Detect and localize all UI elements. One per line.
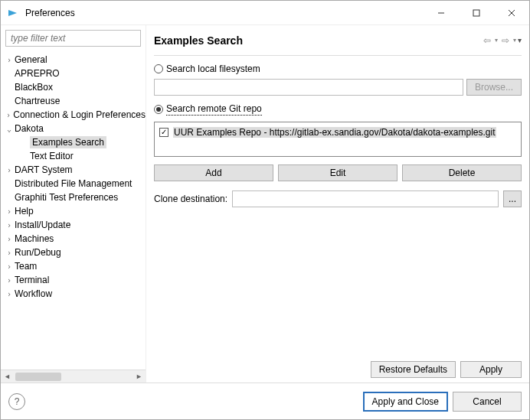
restore-defaults-button[interactable]: Restore Defaults <box>371 361 456 378</box>
tree-item-label: Graphiti Test Preferences <box>15 192 118 203</box>
clone-destination-row: Clone destination: ... <box>154 190 522 207</box>
titlebar: Preferences <box>1 1 529 25</box>
chevron-down-icon[interactable]: ⌄ <box>4 125 15 133</box>
chevron-right-icon[interactable]: › <box>4 235 15 243</box>
radio-remote[interactable] <box>154 105 163 114</box>
tree-item[interactable]: ›Team <box>1 259 146 273</box>
clone-destination-label: Clone destination: <box>154 194 227 204</box>
tree-item[interactable]: ›Install/Update <box>1 218 146 232</box>
content-area: ›GeneralAPREPROBlackBoxChartreuse›Connec… <box>1 25 529 383</box>
page-action-row: Restore Defaults Apply <box>154 361 522 378</box>
chevron-right-icon[interactable]: › <box>4 249 15 257</box>
tree-item-label: Terminal <box>15 275 49 285</box>
clone-destination-input[interactable] <box>232 190 499 207</box>
tree-item-label: Dakota <box>15 123 44 134</box>
tree-item[interactable]: Graphiti Test Preferences <box>1 190 146 204</box>
tree-item[interactable]: ›Connection & Login Preferences <box>1 108 146 122</box>
triangle-icon <box>8 8 18 18</box>
header-toolbar: ⇦▾ ⇨▾ ▾ <box>481 35 522 46</box>
scroll-thumb[interactable] <box>15 373 61 381</box>
chevron-right-icon[interactable]: › <box>4 221 15 230</box>
chevron-right-icon[interactable]: › <box>4 276 15 285</box>
local-path-row: Browse... <box>154 79 522 96</box>
dialog-footer: ? Apply and Close Cancel <box>1 383 529 419</box>
tree-item-label: Distributed File Management <box>15 178 132 189</box>
radio-local-row: Search local filesystem <box>154 63 522 74</box>
repo-label: UUR Examples Repo - https://gitlab-ex.sa… <box>173 127 496 138</box>
tree-item-label: Help <box>15 206 34 217</box>
forward-icon[interactable]: ⇨ <box>499 35 512 46</box>
tree-item-label: Install/Update <box>15 220 70 230</box>
tree-item-label: APREPRO <box>15 68 60 79</box>
apply-and-close-button[interactable]: Apply and Close <box>363 392 448 412</box>
local-path-input[interactable] <box>154 79 463 96</box>
tree-item-label: Connection & Login Preferences <box>13 109 146 120</box>
window-title: Preferences <box>25 8 424 18</box>
tree-item[interactable]: ›Run/Debug <box>1 246 146 259</box>
tree-item-label: DART System <box>15 164 73 175</box>
clone-browse-button[interactable]: ... <box>503 190 522 207</box>
tree-item[interactable]: Distributed File Management <box>1 177 146 190</box>
add-button[interactable]: Add <box>154 164 273 181</box>
scroll-left-icon[interactable]: ◄ <box>1 371 14 383</box>
tree-item[interactable]: BlackBox <box>1 80 146 94</box>
menu-dropdown-icon[interactable]: ▾ <box>518 36 522 44</box>
repo-buttons: Add Edit Delete <box>154 164 522 181</box>
tree-item[interactable]: Chartreuse <box>1 94 146 108</box>
maximize-button[interactable] <box>459 1 494 24</box>
apply-button[interactable]: Apply <box>460 361 522 378</box>
radio-remote-label: Search remote Git repo <box>166 103 262 116</box>
help-icon[interactable]: ? <box>8 393 25 410</box>
tree-item[interactable]: ›Machines <box>1 232 146 246</box>
repo-checkbox[interactable]: ✓ <box>159 128 168 137</box>
tree-item[interactable]: ›Help <box>1 204 146 218</box>
tree-item-label: Run/Debug <box>15 247 61 258</box>
tree-item[interactable]: ⌄Dakota <box>1 122 146 135</box>
svg-marker-0 <box>8 10 17 16</box>
delete-button[interactable]: Delete <box>402 164 522 181</box>
chevron-right-icon[interactable]: › <box>4 262 15 271</box>
tree-item-label: Examples Search <box>30 136 106 148</box>
cancel-button[interactable]: Cancel <box>453 392 522 412</box>
page-title: Examples Search <box>154 34 481 47</box>
tree-item-label: Team <box>15 261 37 272</box>
tree-item[interactable]: ›DART System <box>1 163 146 177</box>
repo-list[interactable]: ✓ UUR Examples Repo - https://gitlab-ex.… <box>154 122 522 157</box>
forward-dropdown-icon[interactable]: ▾ <box>513 37 516 44</box>
tree-item[interactable]: ›General <box>1 53 146 67</box>
window-controls <box>424 1 529 24</box>
edit-button[interactable]: Edit <box>278 164 398 181</box>
tree-item[interactable]: ›Terminal <box>1 273 146 287</box>
radio-remote-row: Search remote Git repo <box>154 103 522 116</box>
chevron-right-icon[interactable]: › <box>4 111 13 119</box>
chevron-right-icon[interactable]: › <box>4 207 15 216</box>
scroll-right-icon[interactable]: ► <box>132 371 146 383</box>
tree-item-label: Machines <box>15 233 54 244</box>
radio-local[interactable] <box>154 64 163 73</box>
svg-rect-2 <box>473 10 479 16</box>
tree-item[interactable]: Text Editor <box>1 149 146 163</box>
scroll-track[interactable] <box>14 371 132 383</box>
minimize-button[interactable] <box>424 1 459 24</box>
horizontal-scrollbar[interactable]: ◄ ► <box>1 370 146 383</box>
chevron-right-icon[interactable]: › <box>4 290 15 298</box>
radio-local-label: Search local filesystem <box>166 63 260 74</box>
page-header: Examples Search ⇦▾ ⇨▾ ▾ <box>154 25 522 56</box>
back-dropdown-icon[interactable]: ▾ <box>495 37 498 44</box>
filter-input[interactable] <box>5 30 141 47</box>
tree-item-label: General <box>15 54 47 65</box>
preferences-tree[interactable]: ›GeneralAPREPROBlackBoxChartreuse›Connec… <box>1 51 146 370</box>
tree-item-label: Chartreuse <box>15 96 60 106</box>
repo-list-item[interactable]: ✓ UUR Examples Repo - https://gitlab-ex.… <box>159 127 516 138</box>
tree-item[interactable]: Examples Search <box>1 135 146 149</box>
tree-item[interactable]: ›Workflow <box>1 287 146 301</box>
browse-button[interactable]: Browse... <box>466 79 522 96</box>
close-button[interactable] <box>494 1 529 24</box>
chevron-right-icon[interactable]: › <box>4 166 15 174</box>
tree-item[interactable]: APREPRO <box>1 67 146 80</box>
preferences-window: Preferences ›GeneralAPREPROBlackBoxChart… <box>0 0 530 420</box>
tree-item-label: Workflow <box>15 288 52 299</box>
back-icon[interactable]: ⇦ <box>481 35 493 46</box>
tree-item-label: Text Editor <box>30 151 74 161</box>
chevron-right-icon[interactable]: › <box>4 56 15 64</box>
